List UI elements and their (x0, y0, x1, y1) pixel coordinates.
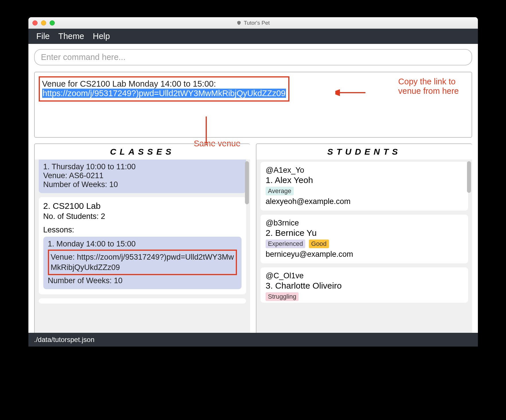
lesson-card: 1. Thursday 10:00 to 11:00 Venue: AS6-02… (39, 160, 246, 193)
command-input[interactable] (34, 49, 472, 65)
lesson-venue: Venue: AS6-0211 (43, 171, 242, 180)
traffic-lights (32, 20, 55, 26)
menubar: File Theme Help (28, 29, 478, 44)
panels: CLASSES 1. Thursday 10:00 to 11:00 Venue… (34, 143, 472, 333)
student-tags: Struggling (266, 292, 463, 301)
student-name: 3. Charlotte Oliveiro (266, 281, 463, 291)
class-title: 2. CS2100 Lab (43, 201, 242, 211)
minimize-icon[interactable] (41, 20, 46, 26)
class-students-count: No. of Students: 2 (43, 212, 242, 221)
student-tags: Average (266, 187, 463, 195)
scrollbar[interactable] (245, 161, 249, 204)
tag-good: Good (309, 240, 329, 248)
result-line1: Venue for CS2100 Lab Monday 14:00 to 15:… (42, 79, 286, 89)
student-card: @A1ex_Yo 1. Alex Yeoh Average alexyeoh@e… (260, 162, 468, 211)
result-highlight: Venue for CS2100 Lab Monday 14:00 to 15:… (39, 76, 290, 102)
content-area: Venue for CS2100 Lab Monday 14:00 to 15:… (28, 44, 478, 333)
maximize-icon[interactable] (50, 20, 55, 26)
lesson-venue-url: https://zoom/j/95317249?)pwd=Ulld2tWY3Mw… (51, 253, 234, 272)
lesson-title: 1. Thursday 10:00 to 11:00 (43, 162, 242, 171)
student-name: 2. Bernice Yu (266, 228, 463, 238)
classes-scroll[interactable]: 1. Thursday 10:00 to 11:00 Venue: AS6-02… (35, 160, 250, 333)
students-scroll[interactable]: @A1ex_Yo 1. Alex Yeoh Average alexyeoh@e… (256, 160, 472, 333)
tag-experienced: Experienced (266, 240, 305, 248)
student-handle: @b3rnice (266, 219, 463, 228)
menu-theme[interactable]: Theme (58, 32, 84, 41)
student-handle: @C_Ol1ve (266, 271, 463, 280)
class-card: 2. CS2100 Lab No. of Students: 2 Lessons… (39, 197, 246, 294)
window-title: Tutor's Pet (28, 20, 478, 26)
app-window: Tutor's Pet File Theme Help Venue for CS… (28, 17, 478, 347)
students-header: STUDENTS (256, 144, 472, 160)
lesson-venue-highlight: Venue: https://zoom/j/95317249?)pwd=Ulld… (48, 250, 237, 275)
student-card: @b3rnice 2. Bernice Yu Experienced Good … (260, 215, 468, 263)
tag-struggling: Struggling (266, 292, 299, 301)
menu-file[interactable]: File (36, 32, 50, 41)
lesson-title: 1. Monday 14:00 to 15:00 (48, 240, 237, 248)
scrollbar[interactable] (467, 161, 471, 193)
student-email: alexyeoh@example.com (266, 197, 463, 206)
student-tags: Experienced Good (266, 240, 463, 248)
classes-header: CLASSES (35, 144, 250, 160)
student-email: berniceyu@example.com (266, 250, 463, 259)
students-panel: STUDENTS @A1ex_Yo 1. Alex Yeoh Average a… (256, 143, 472, 333)
status-path: ./data/tutorspet.json (34, 336, 95, 343)
lessons-label: Lessons: (43, 225, 242, 234)
annotation-copy: Copy the link to venue from here (398, 77, 459, 96)
titlebar: Tutor's Pet (28, 17, 478, 29)
app-icon (236, 20, 242, 26)
statusbar: ./data/tutorspet.json (28, 333, 478, 347)
student-handle: @A1ex_Yo (266, 166, 463, 175)
tag-average: Average (266, 187, 294, 195)
classes-panel: CLASSES 1. Thursday 10:00 to 11:00 Venue… (34, 143, 250, 333)
lesson-card: 1. Monday 14:00 to 15:00 Venue: https://… (43, 237, 242, 289)
result-box: Venue for CS2100 Lab Monday 14:00 to 15:… (34, 72, 472, 138)
student-card: @C_Ol1ve 3. Charlotte Oliveiro Strugglin… (260, 267, 468, 303)
lesson-weeks: Number of Weeks: 10 (43, 180, 242, 189)
close-icon[interactable] (32, 20, 38, 26)
result-link[interactable]: https://zoom/j/95317249?)pwd=Ulld2tWY3Mw… (42, 89, 286, 98)
lesson-weeks: Number of Weeks: 10 (48, 276, 237, 285)
arrow-icon (335, 88, 367, 97)
student-name: 1. Alex Yeoh (266, 175, 463, 185)
class-card-truncated (39, 298, 246, 304)
menu-help[interactable]: Help (93, 32, 110, 41)
